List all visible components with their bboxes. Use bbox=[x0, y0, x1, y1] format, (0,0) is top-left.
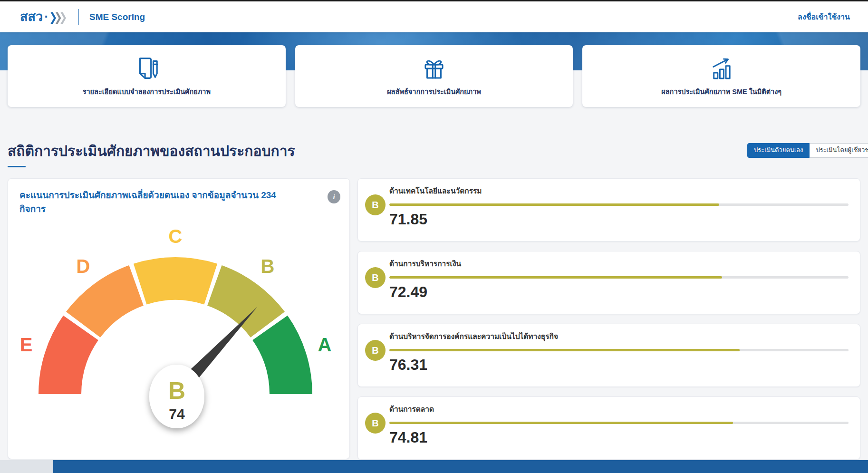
nav-card-label: ผลลัพธ์จากการประเมินศักยภาพ bbox=[387, 87, 481, 97]
section-title-underline bbox=[8, 166, 26, 167]
toggle-expert-assessment[interactable]: ประเมินโดยผู้เชี่ยวชาญ bbox=[810, 143, 868, 158]
score-card: B ด้านบริหารจัดการองค์กรและความเป็นไปได้… bbox=[357, 324, 860, 387]
logo-chevron-icon: ❯ bbox=[59, 11, 68, 22]
score-card: B ด้านการบริหารการเงิน 72.49 bbox=[357, 251, 860, 314]
score-progress-track bbox=[389, 422, 849, 424]
grade-badge: B bbox=[365, 267, 386, 288]
score-value: 71.85 bbox=[389, 210, 849, 228]
gauge-center-grade: B bbox=[168, 377, 185, 404]
nav-card-sme-dimensions[interactable]: ผลการประเมินศักยภาพ SME ในมิติต่างๆ bbox=[582, 45, 860, 107]
gauge-center-value: 74 bbox=[169, 406, 185, 422]
header-divider bbox=[78, 9, 79, 25]
score-value: 76.31 bbox=[389, 356, 849, 374]
score-card-body: ด้านการบริหารการเงิน 72.49 bbox=[358, 251, 860, 301]
score-label: ด้านบริหารจัดการองค์กรและความเป็นไปได้ทา… bbox=[389, 331, 849, 342]
gift-icon bbox=[420, 55, 448, 83]
gauge-segment bbox=[134, 257, 217, 305]
info-circle-icon[interactable]: i bbox=[328, 190, 340, 203]
logo-dot: · bbox=[44, 10, 48, 23]
score-card-body: ด้านการตลาด 74.81 bbox=[358, 397, 860, 447]
score-card: B ด้านการตลาด 74.81 bbox=[357, 396, 860, 460]
score-label: ด้านการบริหารการเงิน bbox=[389, 259, 849, 269]
header: สสว · ❯ ❯ ❯ SME Scoring ลงชื่อเข้าใช้งาน bbox=[0, 1, 868, 32]
grade-badge: B bbox=[365, 340, 386, 361]
logo-text: สสว bbox=[20, 10, 43, 23]
nav-card-model-details[interactable]: รายละเอียดแบบจำลองการประเมินศักยภาพ bbox=[8, 45, 286, 107]
osmep-logo[interactable]: สสว · ❯ ❯ ❯ bbox=[20, 10, 68, 23]
score-progress-fill bbox=[389, 422, 733, 424]
nav-card-label: ผลการประเมินศักยภาพ SME ในมิติต่างๆ bbox=[661, 87, 781, 97]
window-top-strip bbox=[0, 0, 868, 1]
section-title: สถิติการประเมินศักยภาพของสถานประกอบการ bbox=[8, 142, 295, 161]
toggle-self-assessment[interactable]: ประเมินด้วยตนเอง bbox=[747, 143, 810, 158]
bar-chart-growth-icon bbox=[708, 55, 735, 83]
score-card-body: ด้านเทคโนโลยีและนวัตกรรม 71.85 bbox=[358, 179, 860, 229]
footer-strip bbox=[0, 460, 868, 473]
nav-card-row: รายละเอียดแบบจำลองการประเมินศักยภาพ ผลลั… bbox=[8, 45, 860, 107]
score-value: 74.81 bbox=[389, 428, 849, 446]
score-card: B ด้านเทคโนโลยีและนวัตกรรม 71.85 bbox=[357, 178, 860, 241]
gauge-scale-label: C bbox=[161, 225, 190, 248]
score-progress-track bbox=[389, 203, 849, 206]
grade-badge: B bbox=[365, 194, 386, 215]
app-title: SME Scoring bbox=[89, 12, 145, 22]
score-progress-track bbox=[389, 349, 849, 351]
score-card-body: ด้านบริหารจัดการองค์กรและความเป็นไปได้ทา… bbox=[358, 324, 860, 374]
gauge-panel-title: คะแนนการประเมินศักยภาพเฉลี่ยด้วยตนเอง จา… bbox=[19, 189, 286, 216]
grade-gauge-chart: B 74 bbox=[33, 251, 318, 451]
gauge-panel: คะแนนการประเมินศักยภาพเฉลี่ยด้วยตนเอง จา… bbox=[8, 178, 350, 459]
footer-gap bbox=[0, 460, 53, 473]
document-pencil-icon bbox=[133, 55, 160, 83]
score-card-list: B ด้านเทคโนโลยีและนวัตกรรม 71.85 B ด้านก… bbox=[357, 178, 860, 460]
score-label: ด้านเทคโนโลยีและนวัตกรรม bbox=[389, 186, 849, 196]
score-progress-track bbox=[389, 276, 849, 279]
score-progress-fill bbox=[389, 203, 719, 206]
score-progress-fill bbox=[389, 349, 740, 351]
grade-badge: B bbox=[365, 413, 386, 434]
score-progress-fill bbox=[389, 276, 722, 279]
score-value: 72.49 bbox=[389, 283, 849, 301]
score-label: ด้านการตลาด bbox=[389, 404, 849, 415]
nav-card-label: รายละเอียดแบบจำลองการประเมินศักยภาพ bbox=[83, 87, 211, 97]
nav-card-assessment-results[interactable]: ผลลัพธ์จากการประเมินศักยภาพ bbox=[295, 45, 573, 107]
assessment-mode-toggle: ประเมินด้วยตนเอง ประเมินโดยผู้เชี่ยวชาญ bbox=[747, 143, 868, 158]
signin-link[interactable]: ลงชื่อเข้าใช้งาน bbox=[798, 11, 850, 23]
